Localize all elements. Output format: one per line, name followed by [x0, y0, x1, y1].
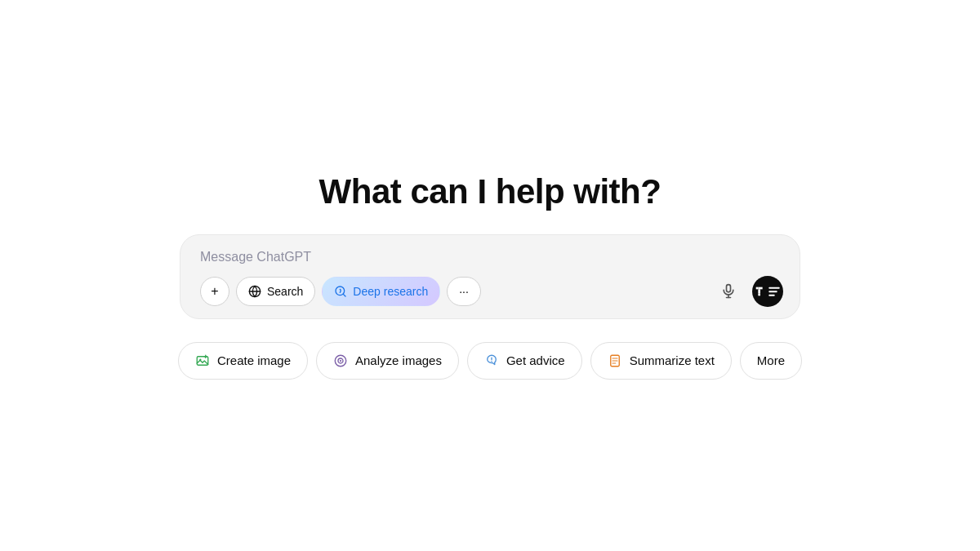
- create-image-label: Create image: [217, 353, 291, 367]
- search-label: Search: [267, 285, 303, 298]
- plus-icon: +: [211, 284, 218, 299]
- svg-rect-4: [727, 284, 731, 291]
- mic-icon: [720, 283, 737, 300]
- svg-rect-16: [197, 356, 208, 365]
- main-container: What can I help with? + Search: [0, 172, 980, 380]
- create-image-button[interactable]: Create image: [178, 342, 308, 380]
- summarize-text-icon: [608, 353, 622, 368]
- svg-rect-9: [760, 287, 763, 289]
- get-advice-label: Get advice: [506, 353, 565, 367]
- toolbar-left: + Search Deep resear: [200, 277, 481, 306]
- add-button[interactable]: +: [200, 277, 229, 306]
- svg-line-3: [343, 294, 345, 296]
- message-input[interactable]: [200, 250, 783, 264]
- svg-point-22: [340, 359, 341, 361]
- send-button[interactable]: [752, 276, 783, 307]
- deep-research-icon: [334, 285, 347, 298]
- more-toolbar-button[interactable]: ···: [447, 277, 481, 306]
- toolbar-right: [713, 276, 783, 307]
- svg-rect-14: [768, 291, 777, 292]
- page-title: What can I help with?: [319, 172, 662, 211]
- globe-icon: [248, 285, 261, 298]
- input-toolbar: + Search Deep resear: [200, 276, 783, 307]
- svg-rect-8: [758, 287, 760, 289]
- svg-rect-11: [758, 291, 760, 294]
- svg-rect-12: [758, 293, 760, 295]
- more-button[interactable]: More: [740, 342, 802, 380]
- analyze-images-icon: [333, 353, 348, 368]
- microphone-button[interactable]: [713, 276, 744, 307]
- deep-research-button[interactable]: Deep research: [322, 277, 440, 306]
- bars-icon: [767, 284, 782, 299]
- svg-rect-13: [768, 287, 780, 288]
- search-button[interactable]: Search: [236, 277, 315, 306]
- create-image-icon: [195, 353, 210, 368]
- ellipsis-icon: ···: [459, 285, 469, 298]
- more-label: More: [757, 353, 785, 367]
- analyze-images-label: Analyze images: [355, 353, 442, 367]
- summarize-text-button[interactable]: Summarize text: [590, 342, 732, 380]
- analyze-images-button[interactable]: Analyze images: [316, 342, 459, 380]
- send-icon: [754, 285, 767, 298]
- svg-rect-15: [768, 294, 775, 295]
- input-box: + Search Deep resear: [180, 234, 800, 319]
- get-advice-button[interactable]: Get advice: [467, 342, 582, 380]
- svg-rect-10: [758, 289, 760, 291]
- svg-rect-7: [756, 287, 759, 289]
- summarize-text-label: Summarize text: [630, 353, 715, 367]
- action-pills: Create image Analyze images Get advice: [178, 342, 802, 380]
- get-advice-icon: [484, 353, 499, 368]
- deep-research-label: Deep research: [353, 285, 428, 298]
